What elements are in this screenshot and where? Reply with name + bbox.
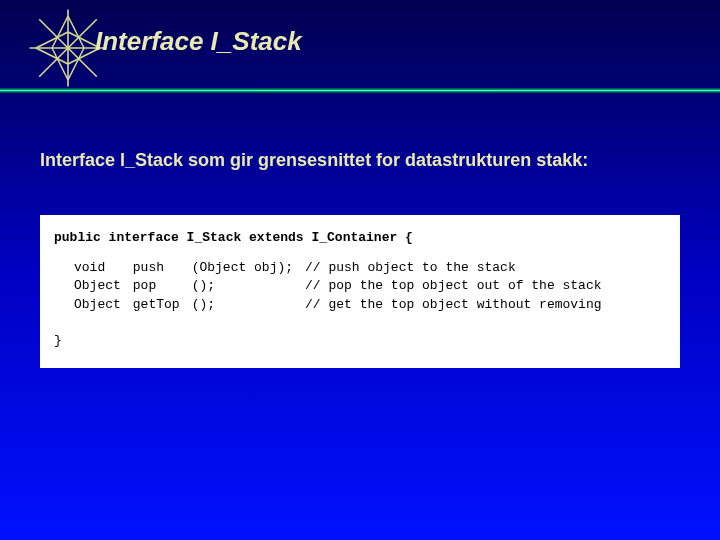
slide-title: Interface I_Stack: [95, 26, 302, 57]
code-method-args: (Object obj);: [192, 259, 305, 277]
svg-line-4: [52, 16, 68, 48]
code-method-comment: // push object to the stack: [305, 259, 613, 277]
code-method-row: Object pop (); // pop the top object out…: [74, 277, 614, 295]
svg-line-5: [68, 16, 84, 48]
code-method-comment: // pop the top object out of the stack: [305, 277, 613, 295]
code-close: }: [54, 333, 62, 348]
slide: Interface I_Stack Interface I_Stack som …: [0, 0, 720, 540]
code-method-row: void push (Object obj); // push object t…: [74, 259, 614, 277]
svg-line-6: [52, 48, 68, 80]
code-method-name: push: [133, 259, 192, 277]
slide-subtitle: Interface I_Stack som gir grensesnittet …: [40, 150, 588, 171]
code-methods: void push (Object obj); // push object t…: [54, 259, 666, 314]
code-method-name: pop: [133, 277, 192, 295]
code-method-ret: void: [74, 259, 133, 277]
code-method-args: ();: [192, 277, 305, 295]
svg-line-3: [39, 19, 97, 77]
svg-line-2: [39, 19, 97, 77]
code-signature: public interface I_Stack extends I_Conta…: [54, 230, 413, 245]
svg-line-9: [36, 48, 68, 64]
svg-line-8: [36, 32, 68, 48]
svg-line-7: [68, 48, 84, 80]
code-method-name: getTop: [133, 296, 192, 314]
code-method-args: ();: [192, 296, 305, 314]
code-method-row: Object getTop (); // get the top object …: [74, 296, 614, 314]
code-method-ret: Object: [74, 277, 133, 295]
code-method-comment: // get the top object without removing: [305, 296, 613, 314]
code-block: public interface I_Stack extends I_Conta…: [40, 215, 680, 368]
divider: [0, 86, 720, 96]
code-method-ret: Object: [74, 296, 133, 314]
